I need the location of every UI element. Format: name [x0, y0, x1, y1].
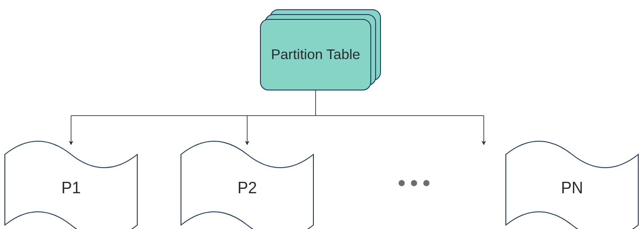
connectors	[71, 90, 484, 144]
partition-p1-node: P1	[5, 141, 137, 229]
partition-p1-label: P1	[61, 179, 81, 197]
partition-ellipsis	[399, 180, 429, 186]
svg-point-4	[411, 180, 417, 186]
partition-table-label: Partition Table	[271, 46, 360, 62]
partition-p2-node: P2	[181, 141, 313, 229]
partition-pn-node: PN	[506, 141, 638, 229]
svg-point-5	[423, 180, 429, 186]
partition-pn-label: PN	[561, 179, 583, 197]
partition-p2-label: P2	[237, 179, 257, 197]
partition-table-node: Partition Table	[260, 10, 380, 90]
svg-point-3	[399, 180, 405, 186]
partition-diagram: Partition Table P1 P2 PN	[0, 0, 644, 229]
